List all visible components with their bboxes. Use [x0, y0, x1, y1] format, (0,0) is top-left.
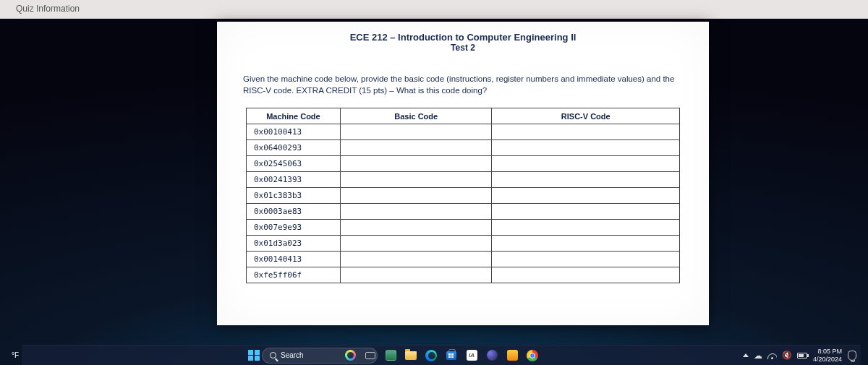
taskbar-app[interactable]	[504, 348, 520, 364]
machine-code-cell: 0x00140413	[247, 252, 341, 267]
store-icon	[446, 351, 456, 360]
table-row: 0xfe5ff06f	[247, 267, 680, 283]
copilot-button[interactable]	[342, 348, 358, 364]
clock-date: 4/20/2024	[813, 356, 842, 363]
table-row: 0x06400293	[247, 140, 680, 156]
taskbar: Search IA	[22, 345, 861, 365]
folder-icon	[405, 351, 417, 360]
basic-code-cell	[340, 220, 492, 236]
search-icon	[270, 352, 276, 358]
weather-widget[interactable]: °F	[0, 345, 22, 365]
machine-code-cell: 0x01c383b3	[247, 188, 341, 204]
machine-code-cell: 0x01d3a023	[247, 236, 341, 252]
table-header-row: Machine Code Basic Code RISC-V Code	[247, 108, 680, 124]
table-row: 0x01d3a023	[247, 236, 680, 252]
table-row: 0x02545063	[247, 156, 680, 172]
tray-overflow-icon[interactable]	[743, 353, 749, 357]
code-table: Machine Code Basic Code RISC-V Code 0x00…	[246, 108, 680, 283]
file-explorer-button[interactable]	[403, 348, 419, 364]
copilot-icon	[345, 350, 356, 361]
chrome-icon	[527, 350, 538, 361]
table-row: 0x01c383b3	[247, 188, 680, 204]
basic-code-cell	[340, 140, 492, 156]
system-tray[interactable]: ☁ 🔇	[743, 351, 807, 361]
col-header-machine: Machine Code	[247, 108, 341, 124]
question-instructions: Given the machine code below, provide th…	[243, 73, 683, 96]
riscv-code-cell	[492, 188, 680, 204]
onedrive-icon[interactable]: ☁	[754, 351, 762, 361]
task-view-icon	[365, 352, 375, 359]
browser-tab-bar: Quiz Information	[0, 0, 868, 19]
riscv-code-cell	[492, 204, 680, 220]
basic-code-cell	[340, 172, 492, 188]
test-label: Test 2	[234, 43, 692, 53]
edge-button[interactable]	[423, 348, 439, 364]
wifi-icon[interactable]	[767, 352, 777, 359]
task-view-button[interactable]	[362, 348, 378, 364]
basic-code-cell	[340, 252, 492, 267]
machine-code-cell: 0x02545063	[247, 156, 341, 172]
taskbar-clock[interactable]: 8:05 PM 4/20/2024	[813, 348, 842, 363]
weather-unit-label: °F	[12, 351, 19, 359]
machine-code-cell: 0x06400293	[247, 140, 341, 156]
taskbar-app[interactable]: IA	[464, 348, 480, 364]
table-row: 0x00100413	[247, 124, 680, 140]
chrome-button[interactable]	[524, 348, 540, 364]
desktop: Quiz Information ECE 212 – Introduction …	[0, 0, 868, 365]
taskbar-app[interactable]	[383, 348, 399, 364]
store-button[interactable]	[443, 348, 459, 364]
machine-code-cell: 0x0003ae83	[247, 204, 341, 220]
table-row: 0x0003ae83	[247, 204, 680, 220]
app-icon	[487, 350, 498, 361]
machine-code-cell: 0x00241393	[247, 172, 341, 188]
table-row: 0x007e9e93	[247, 220, 680, 236]
app-icon	[507, 350, 518, 361]
notifications-icon[interactable]	[848, 351, 856, 361]
riscv-code-cell	[492, 140, 680, 156]
riscv-code-cell	[492, 124, 680, 140]
windows-logo-icon	[248, 350, 260, 361]
app-icon	[386, 350, 396, 361]
machine-code-cell: 0x00100413	[247, 124, 341, 140]
basic-code-cell	[340, 267, 492, 283]
col-header-basic: Basic Code	[340, 108, 492, 124]
edge-icon	[425, 350, 437, 361]
browser-tab-title[interactable]: Quiz Information	[16, 4, 80, 14]
basic-code-cell	[340, 156, 492, 172]
taskbar-app[interactable]	[484, 348, 500, 364]
riscv-code-cell	[492, 267, 680, 283]
volume-muted-icon[interactable]: 🔇	[782, 351, 792, 360]
search-placeholder: Search	[281, 351, 304, 359]
riscv-code-cell	[492, 172, 680, 188]
riscv-code-cell	[492, 156, 680, 172]
clock-time: 8:05 PM	[813, 348, 842, 355]
table-row: 0x00241393	[247, 172, 680, 188]
machine-code-cell: 0x007e9e93	[247, 220, 341, 236]
basic-code-cell	[340, 204, 492, 220]
riscv-code-cell	[492, 220, 680, 236]
riscv-code-cell	[492, 252, 680, 267]
basic-code-cell	[340, 236, 492, 252]
basic-code-cell	[340, 124, 492, 140]
machine-code-cell: 0xfe5ff06f	[247, 267, 341, 283]
battery-icon[interactable]	[797, 353, 807, 358]
document-page: ECE 212 – Introduction to Computer Engin…	[217, 22, 709, 325]
table-row: 0x00140413	[247, 252, 680, 267]
riscv-code-cell	[492, 236, 680, 252]
whiteboard-icon: IA	[467, 350, 477, 361]
basic-code-cell	[340, 188, 492, 204]
start-button[interactable]	[246, 348, 262, 364]
course-title: ECE 212 – Introduction to Computer Engin…	[234, 32, 692, 43]
col-header-riscv: RISC-V Code	[492, 108, 680, 124]
